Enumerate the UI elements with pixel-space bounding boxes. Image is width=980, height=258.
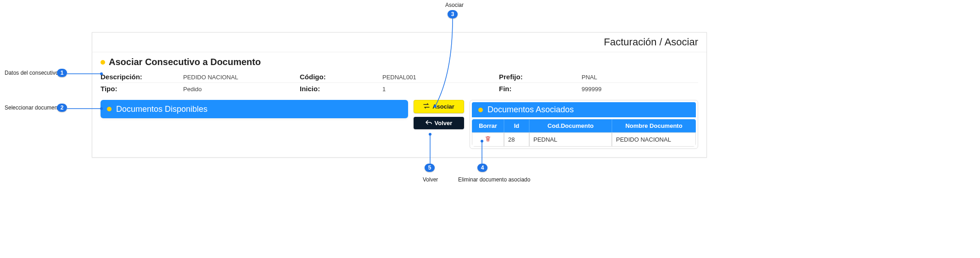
associated-documents-panel: Documentos Asociados Borrar Id Cod.Docum… xyxy=(470,100,698,149)
callout-5-label: Volver xyxy=(423,176,438,183)
main-section: Asociar Consecutivo a Documento Descripc… xyxy=(92,52,706,157)
descripcion-label: Descripción: xyxy=(101,73,174,81)
section-title-text: Asociar Consecutivo a Documento xyxy=(109,57,261,67)
back-arrow-icon xyxy=(426,120,432,126)
info-row-1: Descripción: PEDIDO NACIONAL Código: PED… xyxy=(101,71,698,83)
table-row: 28 PEDNAL PEDIDO NACIONAL xyxy=(472,132,696,147)
codigo-value: PEDNAL001 xyxy=(382,74,416,81)
prefijo-value: PNAL xyxy=(582,74,597,81)
cell-id: 28 xyxy=(504,132,529,147)
descripcion-value: PEDIDO NACIONAL xyxy=(183,74,238,81)
associated-documents-title: Documentos Asociados xyxy=(487,105,574,115)
callout-badge-2: 2 xyxy=(57,104,67,112)
codigo-label: Código: xyxy=(300,73,373,81)
action-column: Asociar Volver xyxy=(414,100,464,129)
inicio-label: Inicio: xyxy=(300,85,373,93)
bullet-icon xyxy=(478,108,483,112)
callout-badge-4: 4 xyxy=(477,164,487,172)
page-container: Facturación / Asociar Asociar Consecutiv… xyxy=(92,32,707,158)
volver-label: Volver xyxy=(435,120,453,126)
available-documents-panel[interactable]: Documentos Disponibles xyxy=(101,100,408,118)
callout-2-label: Seleccionar documento xyxy=(5,104,62,111)
callout-1-label: Datos del consecutivo xyxy=(5,70,58,76)
col-cod: Cod.Documento xyxy=(529,119,612,132)
bullet-icon xyxy=(101,60,105,65)
col-borrar: Borrar xyxy=(472,119,504,132)
callout-3-label: Asociar xyxy=(445,2,464,8)
breadcrumb: Facturación / Asociar xyxy=(92,33,706,52)
prefijo-label: Prefijo: xyxy=(499,73,572,81)
body-row: Documentos Disponibles Asociar Volver xyxy=(101,100,698,149)
info-row-2: Tipo: Pedido Inicio: 1 Fin: 999999 xyxy=(101,83,698,94)
section-title: Asociar Consecutivo a Documento xyxy=(101,57,698,67)
asociar-button[interactable]: Asociar xyxy=(414,100,464,113)
tipo-label: Tipo: xyxy=(101,85,174,93)
cell-cod: PEDNAL xyxy=(529,132,612,147)
cell-nombre: PEDIDO NACIONAL xyxy=(612,132,696,147)
tipo-value: Pedido xyxy=(183,86,202,93)
col-nombre: Nombre Documento xyxy=(612,119,696,132)
col-id: Id xyxy=(504,119,529,132)
available-documents-title: Documentos Disponibles xyxy=(116,104,207,114)
fin-label: Fin: xyxy=(499,85,572,93)
inicio-value: 1 xyxy=(382,86,386,93)
trash-icon xyxy=(485,137,491,143)
bullet-icon xyxy=(107,107,112,111)
associated-documents-table: Borrar Id Cod.Documento Nombre Documento xyxy=(472,119,696,147)
fin-value: 999999 xyxy=(582,86,601,93)
callout-4-label: Eliminar documento asociado xyxy=(458,176,530,183)
swap-icon xyxy=(423,103,430,110)
callout-badge-3: 3 xyxy=(448,10,458,18)
delete-row-button[interactable] xyxy=(485,136,491,143)
volver-button[interactable]: Volver xyxy=(414,117,464,129)
callout-badge-1: 1 xyxy=(57,69,67,77)
callout-badge-5: 5 xyxy=(425,164,435,172)
asociar-label: Asociar xyxy=(432,103,454,110)
